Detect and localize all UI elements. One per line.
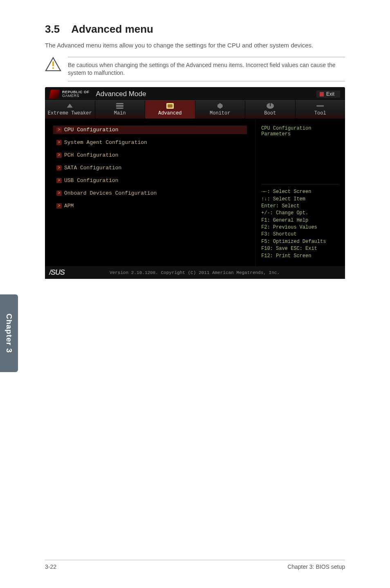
tweaker-icon (66, 103, 74, 109)
page-number: 3-22 (45, 563, 56, 570)
tab-monitor[interactable]: Monitor (195, 101, 246, 119)
fnkey-line: ↑↓: Select Item (261, 196, 339, 203)
fnkey-line: Enter: Select (261, 203, 339, 210)
option-label: PCH Configuration (64, 152, 119, 158)
asus-logo: /SUS (49, 268, 65, 277)
chevron-right-icon: > (56, 178, 62, 183)
chevron-right-icon: > (56, 140, 62, 145)
tab-extreme-tweaker[interactable]: Extreme Tweaker (45, 101, 95, 119)
chevron-right-icon: > (56, 153, 62, 158)
chevron-right-icon: > (56, 203, 62, 209)
section-title: 3.5Advanced menu (45, 23, 345, 36)
intro-text: The Advanced menu items allow you to cha… (45, 41, 345, 49)
tab-tool[interactable]: Tool (296, 101, 345, 119)
chapter-side-label: Chapter 3 (4, 314, 13, 353)
chip-icon (166, 103, 174, 109)
chevron-right-icon: > (56, 127, 62, 132)
monitor-icon (216, 103, 224, 109)
fnkey-line: F5: Optimized Defaults (261, 238, 339, 245)
tab-label: Boot (264, 110, 276, 116)
menu-icon (116, 103, 123, 109)
brand-text: REPUBLIC OF GAMERS (62, 90, 90, 98)
rog-logo-icon (49, 90, 60, 99)
option-label: USB Configuration (64, 177, 119, 184)
fnkey-line: →←: Select Screen (261, 189, 339, 195)
door-icon (320, 92, 324, 97)
tab-label: Extreme Tweaker (48, 110, 92, 116)
option-onboard-devices-configuration[interactable]: >Onboard Devices Configuration (53, 189, 247, 197)
fnkey-line: F12: Print Screen (261, 253, 339, 260)
option-label: CPU Configuration (64, 127, 119, 133)
option-pch-configuration[interactable]: >PCH Configuration (53, 151, 247, 159)
option-label: Onboard Devices Configuration (64, 190, 157, 196)
exit-label: Exit (326, 91, 334, 97)
option-apm[interactable]: >APM (53, 202, 247, 210)
tab-label: Advanced (158, 110, 182, 116)
bios-screenshot: REPUBLIC OF GAMERS Advanced Mode Exit Ex… (45, 87, 345, 279)
chevron-right-icon: > (56, 165, 62, 171)
section-heading: Advanced menu (71, 23, 153, 35)
option-cpu-configuration[interactable]: >CPU Configuration (53, 126, 247, 134)
option-system-agent-configuration[interactable]: >System Agent Configuration (53, 138, 247, 147)
svg-point-2 (52, 67, 54, 69)
fnkey-line: +/-: Change Opt. (261, 210, 339, 217)
power-icon (267, 103, 274, 109)
tab-boot[interactable]: Boot (245, 101, 296, 119)
svg-rect-1 (52, 61, 54, 66)
chapter-footer: Chapter 3: BIOS setup (287, 563, 345, 570)
fnkey-line: F1: General Help (261, 217, 339, 224)
option-sata-configuration[interactable]: >SATA Configuration (53, 164, 247, 172)
fnkey-line: F10: Save ESC: Exit (261, 245, 339, 252)
exit-button[interactable]: Exit (316, 90, 340, 98)
section-number: 3.5 (45, 23, 60, 36)
tool-icon (316, 103, 324, 109)
version-text: Version 2.10.1208. Copyright (C) 2011 Am… (65, 270, 325, 275)
tab-label: Main (114, 110, 126, 116)
chevron-right-icon: > (56, 191, 62, 196)
option-usb-configuration[interactable]: >USB Configuration (53, 176, 247, 185)
option-label: APM (64, 203, 74, 209)
mode-label: Advanced Mode (96, 90, 146, 98)
tab-label: Tool (314, 110, 326, 116)
tab-label: Monitor (210, 110, 230, 116)
option-label: System Agent Configuration (64, 139, 147, 146)
help-title: CPU Configuration Parameters (261, 126, 339, 137)
caution-text: Be cautious when changing the settings o… (68, 61, 345, 77)
caution-icon (45, 57, 61, 74)
tab-advanced[interactable]: Advanced (145, 101, 195, 119)
option-label: SATA Configuration (64, 165, 121, 171)
chapter-side-tab: Chapter 3 (0, 294, 18, 372)
fnkey-line: F2: Previous Values (261, 224, 339, 231)
fnkey-line: F3: Shortcut (261, 231, 339, 238)
tab-main[interactable]: Main (95, 101, 146, 119)
